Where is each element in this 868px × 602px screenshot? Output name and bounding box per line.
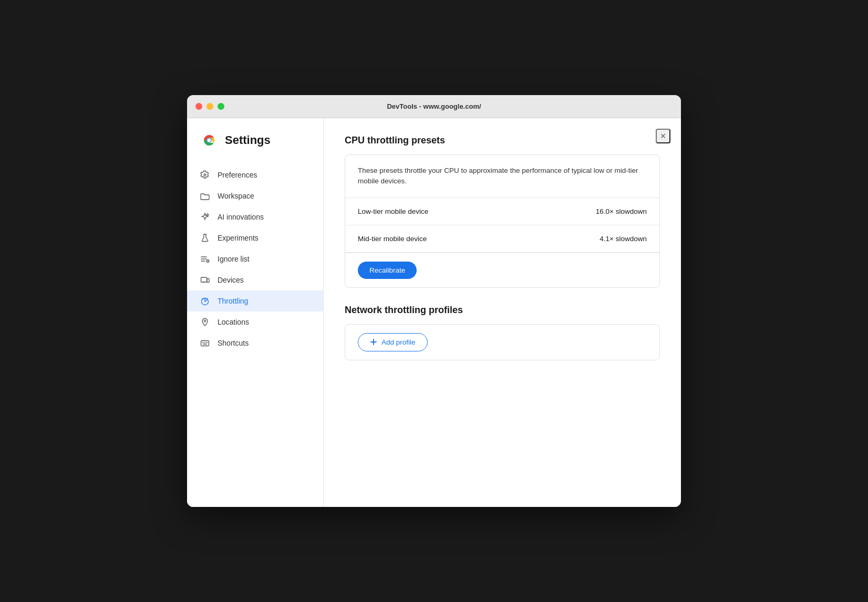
throttling-label: Throttling (218, 297, 248, 305)
mid-tier-row: Mid-tier mobile device 4.1× slowdown (345, 225, 659, 253)
traffic-lights (195, 103, 224, 110)
svg-rect-12 (207, 279, 209, 283)
shortcuts-label: Shortcuts (218, 339, 249, 347)
cpu-throttling-card: These presets throttle your CPU to appro… (345, 154, 660, 288)
flask-icon (200, 233, 210, 243)
svg-point-3 (208, 139, 211, 142)
keyboard-icon (200, 338, 210, 348)
main-panel: × CPU throttling presets These presets t… (324, 118, 681, 507)
locations-label: Locations (218, 318, 249, 326)
sidebar: Settings Preferences Workspa (187, 118, 324, 507)
sidebar-item-shortcuts[interactable]: Shortcuts (187, 333, 323, 354)
devices-icon (200, 275, 210, 285)
network-section-title: Network throttling profiles (345, 305, 660, 316)
experiments-label: Experiments (218, 234, 259, 242)
maximize-traffic-light[interactable] (218, 103, 224, 110)
content-area: Settings Preferences Workspa (187, 118, 681, 507)
low-tier-value: 16.0× slowdown (596, 207, 647, 215)
cpu-card-actions: Recalibrate (345, 253, 659, 287)
network-throttling-card: Add profile (345, 324, 660, 360)
ignore-list-label: Ignore list (218, 255, 250, 263)
recalibrate-button[interactable]: Recalibrate (358, 262, 417, 279)
minimize-traffic-light[interactable] (206, 103, 213, 110)
svg-rect-16 (201, 341, 209, 346)
devtools-window: DevTools - www.google.com/ Settings (187, 95, 681, 507)
sidebar-item-workspace[interactable]: Workspace (187, 185, 323, 206)
sidebar-item-ai-innovations[interactable]: AI innovations (187, 206, 323, 227)
sidebar-item-locations[interactable]: Locations (187, 312, 323, 333)
svg-point-15 (204, 320, 206, 322)
sidebar-item-devices[interactable]: Devices (187, 269, 323, 290)
low-tier-name: Low-tier mobile device (358, 207, 428, 215)
window-title: DevTools - www.google.com/ (387, 102, 481, 110)
sidebar-header: Settings (187, 131, 323, 164)
mid-tier-value: 4.1× slowdown (600, 235, 647, 243)
close-traffic-light[interactable] (195, 103, 202, 110)
workspace-label: Workspace (218, 192, 254, 200)
titlebar: DevTools - www.google.com/ (187, 95, 681, 118)
sidebar-item-experiments[interactable]: Experiments (187, 227, 323, 248)
preferences-label: Preferences (218, 171, 257, 179)
ai-innovations-label: AI innovations (218, 213, 264, 221)
svg-rect-11 (201, 277, 207, 282)
sidebar-item-preferences[interactable]: Preferences (187, 164, 323, 185)
location-icon (200, 317, 210, 327)
ignore-icon (200, 254, 210, 264)
folder-icon (200, 191, 210, 201)
mid-tier-name: Mid-tier mobile device (358, 235, 427, 243)
devices-label: Devices (218, 276, 244, 284)
svg-point-4 (204, 174, 206, 176)
sidebar-item-ignore-list[interactable]: Ignore list (187, 248, 323, 269)
sidebar-item-throttling[interactable]: Throttling (187, 290, 323, 312)
plus-icon (370, 338, 377, 346)
gear-icon (200, 170, 210, 180)
chrome-logo-icon (200, 131, 219, 150)
add-profile-button[interactable]: Add profile (358, 333, 428, 351)
close-button[interactable]: × (656, 129, 670, 143)
cpu-section-title: CPU throttling presets (345, 135, 660, 146)
sparkle-icon (200, 212, 210, 222)
low-tier-row: Low-tier mobile device 16.0× slowdown (345, 198, 659, 225)
throttling-icon (200, 296, 210, 306)
settings-heading: Settings (225, 133, 271, 147)
cpu-description: These presets throttle your CPU to appro… (345, 155, 659, 198)
add-profile-label: Add profile (381, 338, 416, 346)
